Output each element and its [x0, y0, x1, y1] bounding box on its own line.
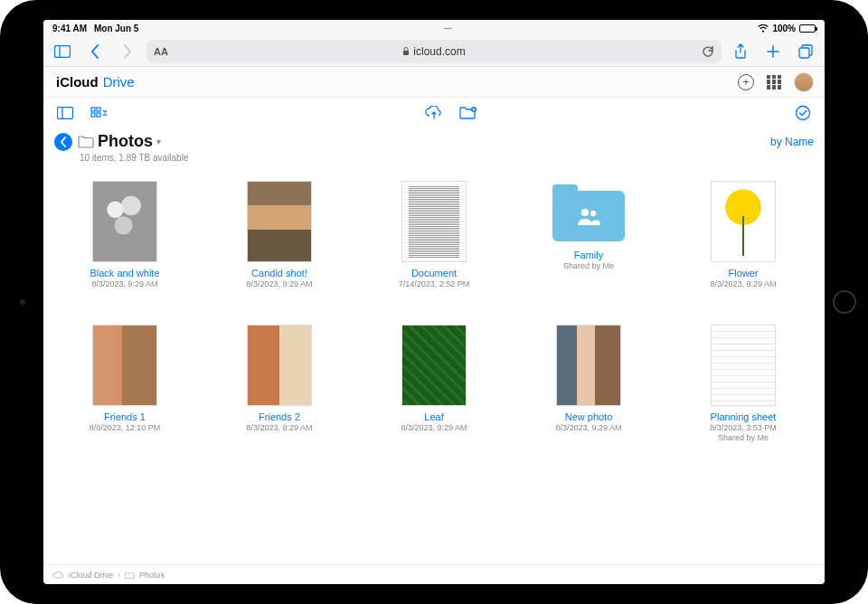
file-meta: 8/3/2023, 9:29 AM	[555, 423, 621, 434]
reader-mode-button[interactable]: AA	[154, 46, 168, 57]
reload-button[interactable]	[703, 45, 714, 58]
status-grabber: ⸺	[138, 23, 758, 33]
select-button[interactable]	[792, 102, 814, 124]
file-item[interactable]: FamilyShared by Me	[525, 181, 652, 290]
svg-rect-3	[799, 48, 809, 58]
svg-rect-0	[55, 45, 71, 57]
file-meta: 8/9/2023, 12:10 PM	[90, 423, 161, 434]
upload-button[interactable]	[423, 102, 445, 124]
file-name: Flower	[728, 268, 758, 278]
ipad-device-frame: 9:41 AM Mon Jun 5 ⸺ 100%	[0, 0, 868, 604]
svg-rect-9	[97, 113, 100, 117]
file-item[interactable]: Planning sheet8/3/2023, 3:53 PMShared by…	[680, 325, 807, 444]
address-bar[interactable]: AA icloud.com	[146, 40, 722, 63]
file-item[interactable]: Document7/14/2023, 2:52 PM	[371, 181, 497, 290]
breadcrumb-folder-icon	[125, 571, 135, 579]
svg-point-11	[797, 107, 810, 120]
brand-drive: Drive	[103, 74, 135, 90]
icloud-header: iCloud Drive +	[43, 67, 825, 98]
folder-thumbnail	[548, 181, 629, 244]
file-name: Candid shot!	[251, 268, 307, 278]
file-thumbnail	[711, 181, 776, 262]
drive-toolbar	[43, 98, 825, 128]
file-meta: Shared by Me	[563, 261, 614, 272]
safari-toolbar: AA icloud.com	[43, 36, 825, 67]
status-bar: 9:41 AM Mon Jun 5 ⸺ 100%	[43, 20, 825, 36]
account-avatar[interactable]	[794, 72, 814, 92]
file-meta: 8/3/2023, 9:29 AM	[246, 423, 312, 434]
sort-button[interactable]: by Name	[770, 136, 814, 148]
file-item[interactable]: New photo8/3/2023, 9:29 AM	[525, 325, 652, 444]
toggle-sidebar-button[interactable]	[54, 102, 76, 124]
view-options-button[interactable]	[89, 102, 110, 124]
wifi-icon	[758, 24, 769, 33]
file-thumbnail	[401, 181, 467, 262]
sidebar-toggle-button[interactable]	[49, 39, 76, 64]
file-name: Leaf	[424, 411, 443, 422]
file-thumbnail	[556, 325, 621, 406]
file-item[interactable]: Friends 28/3/2023, 9:29 AM	[216, 325, 343, 444]
folder-icon	[78, 136, 94, 148]
svg-point-13	[590, 211, 596, 216]
status-date: Mon Jun 5	[94, 24, 138, 33]
file-item[interactable]: Friends 18/9/2023, 12:10 PM	[61, 325, 188, 444]
breadcrumb-current: Photos	[139, 571, 165, 580]
file-name: Black and white	[90, 268, 159, 278]
svg-point-12	[581, 209, 589, 216]
file-name: Document	[411, 268, 457, 278]
back-circle-button[interactable]	[54, 133, 72, 151]
breadcrumb-root[interactable]: iCloud Drive	[69, 571, 113, 580]
share-button[interactable]	[727, 39, 754, 64]
back-button[interactable]	[81, 39, 108, 64]
file-meta: 8/3/2023, 9:29 AM	[401, 423, 467, 434]
add-button[interactable]: +	[738, 74, 754, 90]
file-item[interactable]: Candid shot!8/3/2023, 9:29 AM	[216, 181, 343, 290]
file-thumbnail	[401, 325, 467, 406]
url-text: icloud.com	[413, 45, 465, 58]
file-name: Family	[574, 250, 603, 260]
file-name: Planning sheet	[711, 411, 777, 422]
svg-rect-7	[97, 108, 100, 111]
file-name: Friends 2	[259, 411, 300, 422]
screen: 9:41 AM Mon Jun 5 ⸺ 100%	[43, 20, 825, 584]
file-thumbnail	[247, 181, 312, 262]
svg-rect-4	[58, 108, 73, 119]
status-time: 9:41 AM	[52, 24, 87, 33]
folder-status: 10 items, 1.89 TB available	[43, 153, 825, 168]
svg-rect-2	[403, 51, 409, 55]
file-item[interactable]: Black and white8/3/2023, 9:29 AM	[61, 181, 188, 290]
battery-icon	[799, 24, 816, 33]
location-header: Photos ▾ by Name	[43, 128, 825, 153]
file-name: Friends 1	[104, 411, 146, 422]
forward-button	[114, 39, 141, 64]
svg-rect-8	[91, 113, 95, 117]
tabs-button[interactable]	[792, 39, 819, 64]
brand-icloud: iCloud	[56, 74, 99, 90]
file-meta: 8/3/2023, 9:29 AM	[91, 279, 157, 290]
app-launcher-icon[interactable]	[767, 75, 781, 90]
icloud-drive-logo[interactable]: iCloud Drive	[54, 74, 135, 90]
file-meta: 8/3/2023, 9:29 AM	[710, 279, 776, 290]
breadcrumb: iCloud Drive › Photos	[43, 564, 825, 584]
home-button[interactable]	[833, 290, 856, 314]
camera-dot	[20, 299, 25, 305]
file-thumbnail	[247, 325, 312, 406]
file-thumbnail	[92, 325, 157, 406]
file-meta: 8/3/2023, 9:29 AM	[246, 279, 312, 290]
new-tab-button[interactable]	[760, 39, 787, 64]
new-folder-button[interactable]	[458, 102, 479, 124]
file-item[interactable]: Leaf8/3/2023, 9:29 AM	[371, 325, 497, 444]
folder-title[interactable]: Photos	[98, 132, 153, 151]
cloud-icon	[52, 571, 64, 579]
file-thumbnail	[92, 181, 157, 262]
file-item[interactable]: Flower8/3/2023, 9:29 AM	[680, 181, 807, 290]
file-grid: Black and white8/3/2023, 9:29 AMCandid s…	[43, 168, 825, 564]
chevron-down-icon[interactable]: ▾	[156, 137, 161, 146]
breadcrumb-separator: ›	[118, 571, 120, 580]
lock-icon	[402, 47, 410, 56]
battery-percent: 100%	[772, 24, 796, 33]
file-name: New photo	[565, 411, 613, 422]
file-thumbnail	[711, 325, 776, 406]
file-meta: 8/3/2023, 3:53 PMShared by Me	[710, 423, 777, 444]
file-meta: 7/14/2023, 2:52 PM	[399, 279, 470, 290]
